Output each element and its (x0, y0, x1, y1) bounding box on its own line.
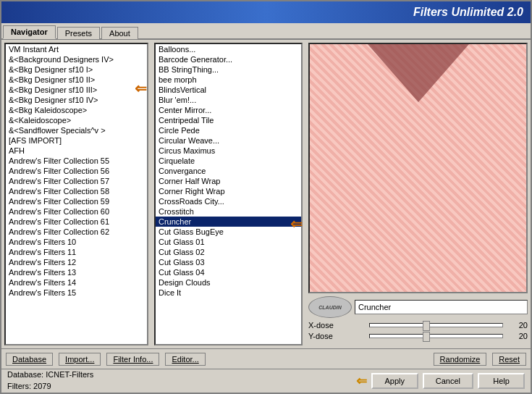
list-item[interactable]: Andrew's Filter Collection 57 (6, 176, 147, 186)
list-item[interactable]: Cirquelate (156, 156, 301, 166)
list-item[interactable]: Dice It (156, 288, 301, 298)
list-item[interactable]: &<Bkg Designer sf10 IV> (6, 95, 147, 105)
xdose-thumb[interactable] (423, 321, 430, 331)
list-item[interactable]: Cut Glass BugEye (156, 227, 301, 237)
title-bar: Filters Unlimited 2.0 (1, 1, 531, 23)
list-item[interactable]: Andrew's Filter Collection 56 (6, 166, 147, 176)
status-bar: Database: ICNET-Filters Filters: 2079 ⇐ … (1, 369, 531, 392)
list-item[interactable]: &<Bkg Designer sf10 III> (6, 85, 147, 95)
right-panel: CLAUDIN Cruncher X-dose 20 Y-dose 20 (305, 40, 531, 348)
list-item[interactable]: &<Bkg Kaleidoscope> (6, 105, 147, 115)
list-item[interactable]: Crosstitch (156, 206, 301, 217)
preview-triangle (368, 44, 469, 102)
help-button[interactable]: Help (478, 373, 525, 389)
preview-area (308, 43, 528, 293)
left-panel: VM Instant Art&<Background Designers IV>… (1, 40, 305, 348)
list-item[interactable]: Andrew's Filters 12 (6, 257, 147, 267)
list-item[interactable]: Corner Right Wrap (156, 186, 301, 196)
tab-navigator[interactable]: Navigator (3, 25, 56, 39)
list-item[interactable]: Design Clouds (156, 277, 301, 288)
list-item[interactable]: Cut Glass 03 (156, 257, 301, 267)
list-item[interactable]: &<Background Designers IV> (6, 54, 147, 64)
left-list-container: VM Instant Art&<Background Designers IV>… (4, 43, 148, 345)
list-item[interactable]: Andrew's Filters 14 (6, 277, 147, 288)
editor-button[interactable]: Editor... (165, 353, 205, 366)
list-item[interactable]: Center Mirror... (156, 105, 301, 115)
list-item[interactable]: Andrew's Filters 13 (6, 267, 147, 277)
right-list-scroll[interactable]: Balloons...Barcode Generator...BB String… (156, 44, 301, 344)
database-label: Database: (7, 370, 43, 379)
list-item[interactable]: Andrew's Filter Collection 62 (6, 227, 147, 237)
randomize-button[interactable]: Randomize (434, 353, 487, 366)
list-item[interactable]: Blur 'em!... (156, 95, 301, 105)
reset-button[interactable]: Reset (492, 353, 526, 366)
list-item[interactable]: Centripedal Tile (156, 115, 301, 125)
list-item[interactable]: Andrew's Filter Collection 58 (6, 186, 147, 196)
preview-image (310, 44, 526, 292)
filters-label: Filters: (7, 382, 31, 390)
list-item[interactable]: Andrew's Filter Collection 60 (6, 206, 147, 217)
list-item[interactable]: &<Sandflower Specials^v > (6, 125, 147, 135)
list-item[interactable]: CrossRoads City... (156, 196, 301, 206)
tab-about[interactable]: About (101, 27, 138, 39)
list-item[interactable]: Circular Weave... (156, 135, 301, 146)
tabs-bar: Navigator Presets About (1, 23, 531, 40)
list-item[interactable]: [AFS IMPORT] (6, 135, 147, 146)
tab-presets[interactable]: Presets (57, 27, 100, 39)
ydose-value: 20 (506, 332, 528, 340)
ydose-thumb[interactable] (423, 332, 430, 342)
list-item[interactable]: &<Kaleidoscope> (6, 115, 147, 125)
list-item[interactable]: Corner Half Wrap (156, 176, 301, 186)
filter-label-row: CLAUDIN Cruncher (308, 296, 528, 318)
list-item[interactable]: Convergance (156, 166, 301, 176)
list-item[interactable]: Cut Glass 04 (156, 267, 301, 277)
controls-area: CLAUDIN Cruncher X-dose 20 Y-dose 20 (308, 293, 528, 345)
database-button[interactable]: Database (6, 353, 53, 366)
list-item[interactable]: bee morph (156, 75, 301, 85)
list-item[interactable]: Andrew's Filter Collection 55 (6, 156, 147, 166)
list-item[interactable]: AFH (6, 146, 147, 156)
bottom-toolbar: Database Import... Filter Info... Editor… (1, 348, 531, 369)
apply-button[interactable]: Apply (371, 373, 418, 389)
title-text: Filters Unlimited 2.0 (413, 6, 523, 19)
toolbar-right: Randomize Reset (434, 353, 526, 366)
list-item[interactable]: BB StringThing... (156, 64, 301, 75)
list-item[interactable]: Andrew's Filter Collection 61 (6, 217, 147, 227)
list-item[interactable]: Circus Maximus (156, 146, 301, 156)
xdose-label: X-dose (308, 321, 366, 330)
list-item[interactable]: Andrew's Filter Collection 59 (6, 196, 147, 206)
list-item[interactable]: Barcode Generator... (156, 54, 301, 64)
status-info: Database: ICNET-Filters Filters: 2079 (7, 369, 93, 392)
cancel-button[interactable]: Cancel (423, 373, 473, 389)
filter-name-box: Cruncher (355, 300, 528, 314)
list-item[interactable]: &<Bkg Designer sf10 II> (6, 75, 147, 85)
logo-text: CLAUDIN (318, 305, 342, 310)
filters-status: Filters: 2079 (7, 381, 93, 392)
database-status: Database: ICNET-Filters (7, 369, 93, 380)
list-item[interactable]: Andrew's Filters 11 (6, 247, 147, 257)
filters-value: 2079 (33, 382, 51, 390)
list-item[interactable]: Cut Glass 01 (156, 237, 301, 247)
filter-name: Cruncher (358, 303, 391, 311)
import-button[interactable]: Import... (59, 353, 101, 366)
list-item[interactable]: Andrew's Filters 10 (6, 237, 147, 247)
list-item[interactable]: Cruncher (156, 217, 301, 227)
filter-info-button[interactable]: Filter Info... (106, 353, 159, 366)
ydose-slider[interactable] (369, 334, 503, 338)
ydose-row: Y-dose 20 (308, 332, 528, 340)
action-buttons: ⇐ Apply Cancel Help (356, 373, 525, 389)
list-item[interactable]: VM Instant Art (6, 44, 147, 54)
list-item[interactable]: Circle Pede (156, 125, 301, 135)
main-content: VM Instant Art&<Background Designers IV>… (1, 40, 531, 348)
apply-arrow: ⇐ (356, 373, 367, 389)
xdose-slider[interactable] (369, 323, 503, 327)
list-item[interactable]: &<Bkg Designer sf10 I> (6, 64, 147, 75)
ydose-label: Y-dose (308, 332, 366, 340)
list-item[interactable]: Cut Glass 02 (156, 247, 301, 257)
xdose-row: X-dose 20 (308, 321, 528, 330)
left-list-wrapper: VM Instant Art&<Background Designers IV>… (1, 40, 151, 348)
list-item[interactable]: Balloons... (156, 44, 301, 54)
list-item[interactable]: BlindsVertical (156, 85, 301, 95)
left-list-scroll[interactable]: VM Instant Art&<Background Designers IV>… (6, 44, 147, 344)
list-item[interactable]: Andrew's Filters 15 (6, 288, 147, 298)
